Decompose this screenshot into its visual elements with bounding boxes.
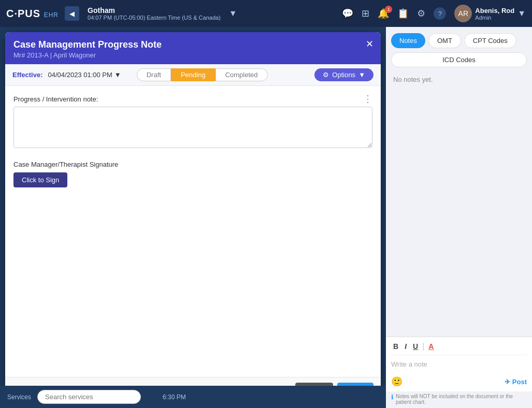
services-label: Services (7, 394, 31, 401)
note-editor: B I U | A Write a note 🙂 ✈ Post (386, 337, 532, 391)
modal-body: Progress / Intervention note: ⋮ Case Man… (5, 86, 381, 377)
modal-title: Case Management Progress Note (13, 39, 372, 50)
info-icon: ℹ (391, 394, 394, 401)
chat-icon[interactable]: 💬 (342, 8, 353, 19)
progress-field-label: Progress / Intervention note: (13, 95, 98, 103)
signature-label: Case Manager/Therapist Signature (13, 161, 372, 168)
services-time: 6:30 PM (163, 394, 186, 401)
user-dropdown-icon[interactable]: ▼ (517, 9, 526, 18)
options-gear-icon: ⚙ (323, 71, 329, 79)
bell-icon[interactable]: 🔔 1 (378, 8, 389, 19)
options-button[interactable]: ⚙ Options ▼ (314, 68, 373, 81)
bold-button[interactable]: B (391, 341, 400, 352)
progress-textarea[interactable] (13, 107, 372, 148)
logo-text: C·PUS EHR (6, 8, 59, 20)
tab-notes[interactable]: Notes (391, 33, 425, 48)
panel-body: No notes yet. (386, 67, 532, 337)
tab-omt[interactable]: OMT (428, 33, 461, 48)
modal-close-button[interactable]: ✕ (366, 38, 373, 50)
back-button[interactable]: ◀ (65, 6, 79, 21)
editor-separator: | (422, 342, 424, 351)
modal-header: Case Management Progress Note Mr# 2013-A… (5, 32, 381, 64)
user-info: Abenis, Rod Admin (475, 7, 514, 21)
status-completed[interactable]: Completed (215, 68, 268, 81)
editor-toolbar: B I U | A (391, 341, 527, 355)
user-name: Abenis, Rod (475, 7, 514, 14)
post-button[interactable]: ✈ Post (505, 378, 527, 386)
effective-date[interactable]: 04/04/2023 01:00 PM ▼ (48, 71, 121, 79)
editor-placeholder[interactable]: Write a note (391, 358, 527, 374)
panel-tabs: Notes OMT CPT Codes (386, 27, 532, 48)
header-icons: 💬 ⊞ 🔔 1 📋 ⚙ ? AR Abenis, Rod Admin ▼ (342, 5, 526, 22)
location-name: Gotham (88, 6, 221, 14)
field-header: Progress / Intervention note: ⋮ (13, 94, 372, 104)
status-group: Draft Pending Completed (137, 68, 268, 81)
user-menu[interactable]: AR Abenis, Rod Admin ▼ (454, 5, 526, 22)
search-services-input[interactable] (37, 390, 141, 404)
sign-button[interactable]: Click to Sign (13, 172, 67, 187)
gear-icon[interactable]: ⚙ (417, 8, 425, 19)
status-pending[interactable]: Pending (171, 68, 215, 81)
clipboard-icon[interactable]: 📋 (397, 8, 409, 19)
main-area: Case Management Progress Note Mr# 2013-A… (0, 27, 532, 408)
no-notes-text: No notes yet. (393, 76, 433, 83)
color-button[interactable]: A (426, 341, 436, 352)
status-draft[interactable]: Draft (137, 68, 171, 81)
panel-secondary-tabs: ICD Codes (386, 48, 532, 67)
logo: C·PUS EHR (6, 8, 59, 20)
grid-icon[interactable]: ⊞ (362, 8, 369, 19)
modal-toolbar: Effective: 04/04/2023 01:00 PM ▼ Draft P… (5, 64, 381, 86)
tab-icd-codes[interactable]: ICD Codes (391, 52, 527, 67)
italic-button[interactable]: I (402, 341, 409, 352)
right-panel: Notes OMT CPT Codes ICD Codes No notes y… (386, 27, 532, 408)
editor-footer: 🙂 ✈ Post (391, 376, 527, 387)
user-role: Admin (475, 14, 514, 21)
header: C·PUS EHR ◀ Gotham 04:07 PM (UTC-05:00) … (0, 0, 532, 27)
location-time: 04:07 PM (UTC-05:00) Eastern Time (US & … (88, 14, 221, 21)
bell-badge: 1 (385, 6, 392, 13)
location-dropdown-icon[interactable]: ▼ (229, 9, 237, 18)
help-icon[interactable]: ? (434, 7, 446, 20)
modal-subtitle: Mr# 2013-A | April Wagoner (13, 51, 372, 59)
services-bar: Services 6:30 PM (0, 386, 386, 408)
post-icon: ✈ (505, 378, 510, 386)
avatar: AR (454, 5, 472, 22)
tab-cpt-codes[interactable]: CPT Codes (464, 33, 516, 48)
effective-label: Effective: (12, 71, 43, 79)
modal-overlay: Case Management Progress Note Mr# 2013-A… (0, 27, 386, 408)
location-info: Gotham 04:07 PM (UTC-05:00) Eastern Time… (88, 6, 221, 21)
field-menu-icon[interactable]: ⋮ (363, 94, 372, 104)
emoji-button[interactable]: 🙂 (391, 376, 402, 387)
note-disclaimer: ℹ Notes will NOT be included on the docu… (386, 391, 532, 408)
underline-button[interactable]: U (411, 341, 420, 352)
modal: Case Management Progress Note Mr# 2013-A… (5, 32, 381, 403)
